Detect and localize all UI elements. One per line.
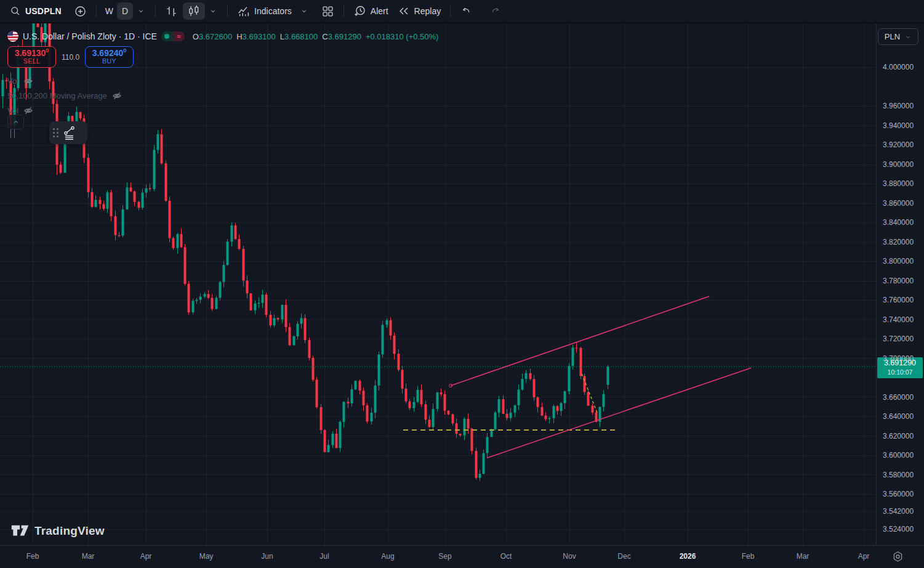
time-tick-label: Jul	[319, 552, 329, 561]
market-status-pill[interactable]: ≈	[161, 31, 185, 41]
grid-layout-icon	[321, 5, 334, 18]
plus-circle-icon	[74, 5, 87, 18]
symbol-legend-row[interactable]: U.S. Dollar / Polish Zloty · 1D · ICE ≈ …	[7, 30, 438, 43]
indicator-row-volume-2[interactable]: Vol	[7, 103, 438, 118]
indicators-menu-button[interactable]	[295, 2, 313, 20]
time-tick-label: Mar	[797, 552, 810, 561]
toolbar-divider	[227, 5, 228, 17]
buy-price: 3.69240	[92, 48, 124, 58]
chevron-down-icon	[299, 6, 309, 16]
alert-label: Alert	[371, 6, 388, 16]
symbol-title: U.S. Dollar / Polish Zloty · 1D · ICE	[23, 31, 157, 41]
eye-off-icon[interactable]	[23, 106, 33, 115]
bars-style-icon	[165, 4, 179, 18]
chart-style-candles-button[interactable]	[183, 2, 205, 20]
symbol-search-button[interactable]: USDPLN	[5, 2, 66, 20]
price-tick-label: 3.620000	[883, 432, 914, 440]
eye-off-icon[interactable]	[23, 76, 33, 86]
layout-grid-button[interactable]	[317, 2, 339, 20]
measure-dashed-line	[582, 374, 597, 413]
price-tick-label: 3.580000	[883, 471, 914, 479]
price-tick-label: 3.600000	[883, 451, 914, 460]
tradingview-app: USDPLN W D	[0, 0, 924, 568]
price-tick-label: 3.760000	[883, 296, 914, 304]
time-axis[interactable]: FebMarAprMayJunJulAugSepOctNovDec2026Feb…	[0, 545, 924, 568]
timeframe-weekly-label: W	[105, 6, 113, 16]
sell-price: 3.69130	[15, 48, 46, 58]
indicator-row-volume[interactable]: Vol	[7, 73, 438, 88]
change-value: +0.018310 (+0.50%)	[366, 32, 439, 41]
price-tick-label: 3.960000	[883, 102, 914, 110]
compare-add-symbol-button[interactable]	[70, 2, 91, 20]
price-tick-label: 3.660000	[883, 393, 914, 402]
price-tick-label: 3.524000	[883, 525, 914, 534]
time-tick-label: Apr	[858, 552, 870, 561]
chart-legend: U.S. Dollar / Polish Zloty · 1D · ICE ≈ …	[7, 30, 438, 118]
toolbar-divider	[343, 5, 344, 17]
chevron-down-icon	[208, 6, 218, 16]
price-tick-label: 3.820000	[883, 238, 914, 246]
price-tick-label: 3.880000	[883, 179, 914, 188]
undo-button[interactable]	[456, 2, 476, 20]
tradingview-logo[interactable]: TradingView	[11, 524, 105, 538]
toolbar-divider	[155, 5, 156, 17]
indicators-label: Indicators	[254, 6, 292, 16]
timeframe-daily-button[interactable]: D	[117, 2, 133, 20]
toolbar-divider	[450, 5, 451, 17]
time-tick-label: Apr	[140, 552, 152, 561]
price-tick-label: 3.560000	[883, 490, 914, 498]
eye-off-icon[interactable]	[112, 91, 122, 100]
timeframe-daily-label: D	[122, 6, 128, 16]
volume-indicator-label: Vol	[7, 106, 18, 115]
price-axis[interactable]: 3.691290 10:10:07 4.0000003.9600003.9400…	[876, 23, 924, 545]
time-tick-label: Dec	[617, 552, 630, 561]
currency-selector[interactable]: PLN	[878, 28, 918, 45]
alert-button[interactable]: Alert	[349, 2, 393, 20]
delayed-data-icon: ≈	[173, 31, 185, 41]
price-tick-label: 3.920000	[883, 140, 914, 149]
moving-average-label: 50,100,200 Moving Average	[7, 91, 107, 100]
timeframe-menu-button[interactable]	[132, 2, 150, 20]
high-value: 3.693100	[243, 32, 276, 41]
chevron-down-icon	[904, 33, 912, 41]
currency-value: PLN	[885, 32, 900, 41]
redo-button[interactable]	[485, 2, 506, 20]
axis-settings-gear-icon[interactable]	[891, 550, 904, 566]
drag-handle[interactable]	[53, 128, 58, 137]
price-tick-label: 3.740000	[883, 315, 914, 324]
chevron-up-icon	[12, 118, 20, 126]
market-open-dot-icon	[161, 31, 173, 41]
replay-label: Replay	[414, 6, 441, 16]
time-tick-label: Sep	[438, 552, 451, 561]
chart-style-menu-button[interactable]	[204, 2, 222, 20]
replay-button[interactable]: Replay	[393, 2, 446, 20]
time-tick-label: Oct	[500, 552, 512, 561]
sell-button[interactable]: 3.691300 SELL	[7, 46, 56, 68]
time-tick-label: Aug	[381, 552, 394, 561]
time-tick-label: Jun	[261, 552, 273, 561]
price-tick-label: 3.860000	[883, 199, 914, 208]
ohlc-values: O3.672600 H3.693100 L3.668100 C3.691290 …	[193, 32, 439, 41]
open-value: 3.672600	[199, 32, 232, 41]
replay-rewind-icon	[397, 4, 411, 18]
close-value: 3.691290	[328, 32, 361, 41]
indicators-icon	[237, 4, 251, 18]
price-tick-label: 3.640000	[883, 412, 914, 421]
search-icon	[9, 5, 22, 17]
timeframe-weekly-button[interactable]: W	[102, 2, 117, 20]
price-tick-label: 3.840000	[883, 218, 914, 227]
tradingview-logo-text: TradingView	[34, 524, 105, 538]
chart-style-bars-button[interactable]	[161, 2, 183, 20]
indicator-row-moving-average[interactable]: 50,100,200 Moving Average	[7, 88, 438, 103]
price-tick-label: 3.700000	[883, 354, 914, 363]
time-tick-label: Feb	[742, 552, 755, 561]
collapse-legend-button[interactable]	[7, 115, 24, 129]
buy-button[interactable]: 3.692400 BUY	[85, 46, 134, 68]
trend-line-tool-icon[interactable]	[62, 126, 77, 140]
spread-value: 110.0	[56, 53, 85, 62]
time-tick-label: Nov	[563, 552, 576, 561]
candles-style-icon	[187, 4, 201, 18]
chevron-down-icon	[136, 6, 146, 16]
channel-lower	[488, 368, 751, 458]
indicators-button[interactable]: Indicators	[233, 2, 296, 20]
